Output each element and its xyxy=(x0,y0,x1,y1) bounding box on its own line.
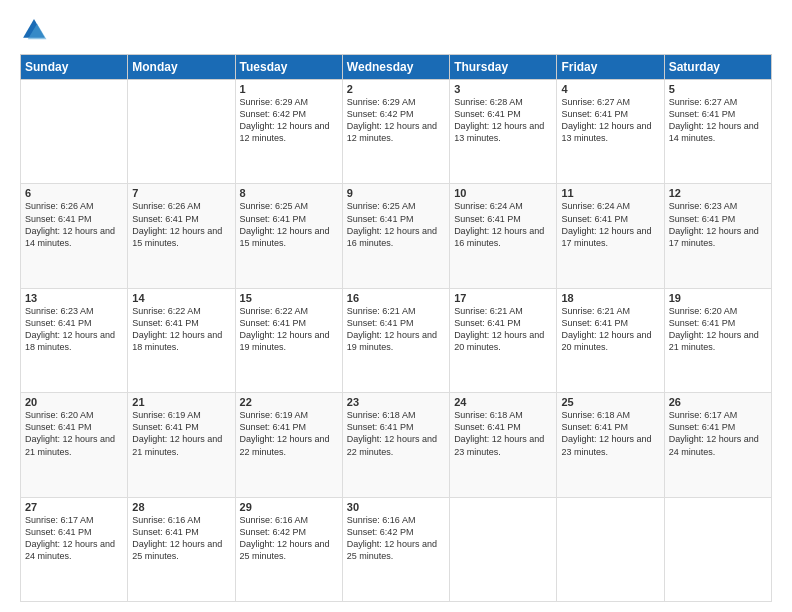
day-info: Sunrise: 6:25 AM Sunset: 6:41 PM Dayligh… xyxy=(347,200,445,249)
calendar-body: 1Sunrise: 6:29 AM Sunset: 6:42 PM Daylig… xyxy=(21,80,772,602)
day-number: 7 xyxy=(132,187,230,199)
day-info: Sunrise: 6:20 AM Sunset: 6:41 PM Dayligh… xyxy=(669,305,767,354)
calendar-day-header: Friday xyxy=(557,55,664,80)
day-number: 27 xyxy=(25,501,123,513)
day-number: 4 xyxy=(561,83,659,95)
day-info: Sunrise: 6:27 AM Sunset: 6:41 PM Dayligh… xyxy=(669,96,767,145)
day-number: 18 xyxy=(561,292,659,304)
calendar-week-row: 13Sunrise: 6:23 AM Sunset: 6:41 PM Dayli… xyxy=(21,288,772,392)
calendar-cell: 20Sunrise: 6:20 AM Sunset: 6:41 PM Dayli… xyxy=(21,393,128,497)
calendar-cell: 15Sunrise: 6:22 AM Sunset: 6:41 PM Dayli… xyxy=(235,288,342,392)
calendar-header-row: SundayMondayTuesdayWednesdayThursdayFrid… xyxy=(21,55,772,80)
calendar-cell: 30Sunrise: 6:16 AM Sunset: 6:42 PM Dayli… xyxy=(342,497,449,601)
day-number: 16 xyxy=(347,292,445,304)
day-info: Sunrise: 6:29 AM Sunset: 6:42 PM Dayligh… xyxy=(240,96,338,145)
calendar-cell: 12Sunrise: 6:23 AM Sunset: 6:41 PM Dayli… xyxy=(664,184,771,288)
day-number: 6 xyxy=(25,187,123,199)
day-info: Sunrise: 6:18 AM Sunset: 6:41 PM Dayligh… xyxy=(454,409,552,458)
day-info: Sunrise: 6:19 AM Sunset: 6:41 PM Dayligh… xyxy=(240,409,338,458)
day-number: 22 xyxy=(240,396,338,408)
day-number: 5 xyxy=(669,83,767,95)
day-info: Sunrise: 6:27 AM Sunset: 6:41 PM Dayligh… xyxy=(561,96,659,145)
calendar-cell: 8Sunrise: 6:25 AM Sunset: 6:41 PM Daylig… xyxy=(235,184,342,288)
calendar-cell xyxy=(21,80,128,184)
calendar-cell: 3Sunrise: 6:28 AM Sunset: 6:41 PM Daylig… xyxy=(450,80,557,184)
day-number: 14 xyxy=(132,292,230,304)
calendar-header: SundayMondayTuesdayWednesdayThursdayFrid… xyxy=(21,55,772,80)
day-info: Sunrise: 6:26 AM Sunset: 6:41 PM Dayligh… xyxy=(25,200,123,249)
day-info: Sunrise: 6:16 AM Sunset: 6:42 PM Dayligh… xyxy=(347,514,445,563)
calendar-cell: 1Sunrise: 6:29 AM Sunset: 6:42 PM Daylig… xyxy=(235,80,342,184)
calendar-cell: 23Sunrise: 6:18 AM Sunset: 6:41 PM Dayli… xyxy=(342,393,449,497)
day-info: Sunrise: 6:26 AM Sunset: 6:41 PM Dayligh… xyxy=(132,200,230,249)
calendar-cell: 9Sunrise: 6:25 AM Sunset: 6:41 PM Daylig… xyxy=(342,184,449,288)
calendar-cell: 16Sunrise: 6:21 AM Sunset: 6:41 PM Dayli… xyxy=(342,288,449,392)
day-number: 21 xyxy=(132,396,230,408)
day-number: 2 xyxy=(347,83,445,95)
day-number: 24 xyxy=(454,396,552,408)
day-number: 10 xyxy=(454,187,552,199)
logo-icon xyxy=(20,16,48,44)
calendar-cell: 17Sunrise: 6:21 AM Sunset: 6:41 PM Dayli… xyxy=(450,288,557,392)
calendar-cell xyxy=(128,80,235,184)
calendar-cell xyxy=(664,497,771,601)
calendar-cell xyxy=(450,497,557,601)
day-info: Sunrise: 6:22 AM Sunset: 6:41 PM Dayligh… xyxy=(240,305,338,354)
day-number: 23 xyxy=(347,396,445,408)
day-info: Sunrise: 6:22 AM Sunset: 6:41 PM Dayligh… xyxy=(132,305,230,354)
day-number: 8 xyxy=(240,187,338,199)
calendar-cell: 11Sunrise: 6:24 AM Sunset: 6:41 PM Dayli… xyxy=(557,184,664,288)
calendar-day-header: Monday xyxy=(128,55,235,80)
header xyxy=(20,16,772,44)
calendar-cell: 26Sunrise: 6:17 AM Sunset: 6:41 PM Dayli… xyxy=(664,393,771,497)
calendar-week-row: 27Sunrise: 6:17 AM Sunset: 6:41 PM Dayli… xyxy=(21,497,772,601)
calendar-day-header: Thursday xyxy=(450,55,557,80)
day-info: Sunrise: 6:23 AM Sunset: 6:41 PM Dayligh… xyxy=(25,305,123,354)
calendar-cell: 19Sunrise: 6:20 AM Sunset: 6:41 PM Dayli… xyxy=(664,288,771,392)
day-info: Sunrise: 6:19 AM Sunset: 6:41 PM Dayligh… xyxy=(132,409,230,458)
calendar-cell: 4Sunrise: 6:27 AM Sunset: 6:41 PM Daylig… xyxy=(557,80,664,184)
day-number: 20 xyxy=(25,396,123,408)
calendar-cell: 21Sunrise: 6:19 AM Sunset: 6:41 PM Dayli… xyxy=(128,393,235,497)
calendar-day-header: Tuesday xyxy=(235,55,342,80)
calendar-day-header: Saturday xyxy=(664,55,771,80)
calendar-week-row: 20Sunrise: 6:20 AM Sunset: 6:41 PM Dayli… xyxy=(21,393,772,497)
calendar-cell: 25Sunrise: 6:18 AM Sunset: 6:41 PM Dayli… xyxy=(557,393,664,497)
day-info: Sunrise: 6:21 AM Sunset: 6:41 PM Dayligh… xyxy=(561,305,659,354)
day-number: 30 xyxy=(347,501,445,513)
calendar-cell: 14Sunrise: 6:22 AM Sunset: 6:41 PM Dayli… xyxy=(128,288,235,392)
calendar-day-header: Sunday xyxy=(21,55,128,80)
day-info: Sunrise: 6:28 AM Sunset: 6:41 PM Dayligh… xyxy=(454,96,552,145)
calendar-cell: 6Sunrise: 6:26 AM Sunset: 6:41 PM Daylig… xyxy=(21,184,128,288)
calendar-cell: 2Sunrise: 6:29 AM Sunset: 6:42 PM Daylig… xyxy=(342,80,449,184)
calendar-week-row: 1Sunrise: 6:29 AM Sunset: 6:42 PM Daylig… xyxy=(21,80,772,184)
day-number: 3 xyxy=(454,83,552,95)
day-number: 25 xyxy=(561,396,659,408)
calendar-cell: 10Sunrise: 6:24 AM Sunset: 6:41 PM Dayli… xyxy=(450,184,557,288)
calendar-cell xyxy=(557,497,664,601)
day-number: 9 xyxy=(347,187,445,199)
day-info: Sunrise: 6:16 AM Sunset: 6:41 PM Dayligh… xyxy=(132,514,230,563)
calendar-cell: 28Sunrise: 6:16 AM Sunset: 6:41 PM Dayli… xyxy=(128,497,235,601)
calendar-cell: 13Sunrise: 6:23 AM Sunset: 6:41 PM Dayli… xyxy=(21,288,128,392)
calendar-cell: 27Sunrise: 6:17 AM Sunset: 6:41 PM Dayli… xyxy=(21,497,128,601)
day-number: 12 xyxy=(669,187,767,199)
day-number: 29 xyxy=(240,501,338,513)
calendar-cell: 22Sunrise: 6:19 AM Sunset: 6:41 PM Dayli… xyxy=(235,393,342,497)
day-number: 15 xyxy=(240,292,338,304)
day-number: 17 xyxy=(454,292,552,304)
calendar-table: SundayMondayTuesdayWednesdayThursdayFrid… xyxy=(20,54,772,602)
day-info: Sunrise: 6:24 AM Sunset: 6:41 PM Dayligh… xyxy=(561,200,659,249)
day-number: 26 xyxy=(669,396,767,408)
logo xyxy=(20,16,52,44)
day-number: 1 xyxy=(240,83,338,95)
day-number: 28 xyxy=(132,501,230,513)
day-info: Sunrise: 6:25 AM Sunset: 6:41 PM Dayligh… xyxy=(240,200,338,249)
day-info: Sunrise: 6:17 AM Sunset: 6:41 PM Dayligh… xyxy=(669,409,767,458)
calendar-cell: 5Sunrise: 6:27 AM Sunset: 6:41 PM Daylig… xyxy=(664,80,771,184)
calendar-cell: 7Sunrise: 6:26 AM Sunset: 6:41 PM Daylig… xyxy=(128,184,235,288)
calendar-cell: 29Sunrise: 6:16 AM Sunset: 6:42 PM Dayli… xyxy=(235,497,342,601)
day-info: Sunrise: 6:21 AM Sunset: 6:41 PM Dayligh… xyxy=(454,305,552,354)
day-info: Sunrise: 6:29 AM Sunset: 6:42 PM Dayligh… xyxy=(347,96,445,145)
calendar-cell: 24Sunrise: 6:18 AM Sunset: 6:41 PM Dayli… xyxy=(450,393,557,497)
